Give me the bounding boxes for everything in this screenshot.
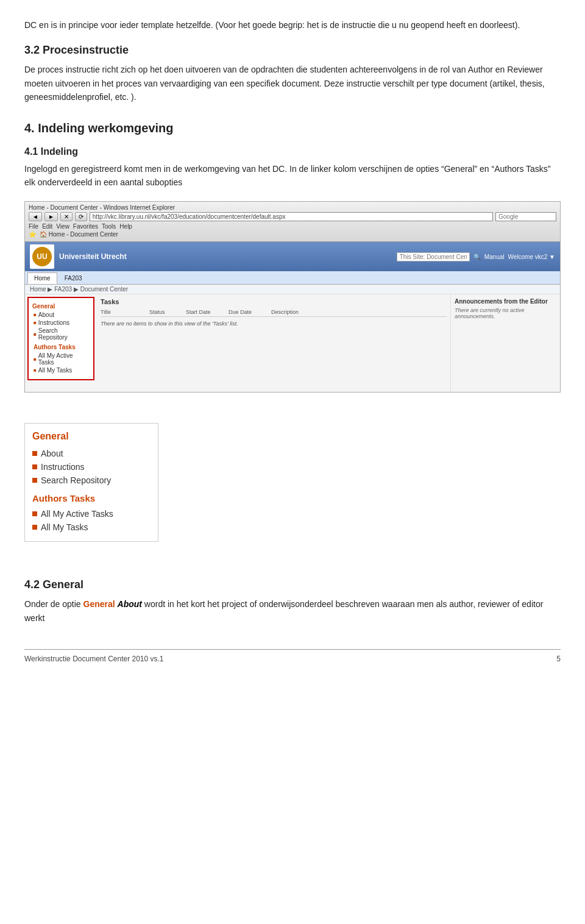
menu-favorites[interactable]: Favorites [73,223,98,230]
svg-text:UU: UU [37,252,47,261]
col-status: Status [149,309,186,315]
footer-left: Werkinstructie Document Center 2010 vs.1 [24,655,164,663]
section-41-title: 4.1 Indeling [24,146,561,157]
enlarged-about-label: About [41,449,63,458]
enlarged-item-about[interactable]: About [32,447,151,460]
stop-button[interactable]: ✕ [60,212,73,221]
section-41-para: Ingelogd en geregistreerd komt men in de… [24,162,561,190]
bullet-icon: ■ [34,320,37,325]
col-title: Title [101,309,149,315]
sp-sidebar: General ■ About ■ Instructions ■ [27,297,94,380]
sp-table-header: Title Status Start Date Due Date Descrip… [101,308,447,317]
browser-tabs-toolbar: ⭐ 🏠 Home - Document Center [29,231,556,238]
search-bar[interactable] [495,212,556,221]
sp-table-empty-message: There are no items to show in this view … [101,318,447,329]
sp-sidebar-active-tasks-label: All My Active Tasks [38,352,88,366]
sp-top-right: 🔍 Manual Welcome vkc2 ▼ [397,252,555,261]
sp-sidebar-authors-heading: Authors Tasks [34,344,90,350]
sp-nav-tabs: Home FA203 [25,271,560,285]
sp-sidebar-item-search-repo[interactable]: ■ Search Repository [32,327,90,341]
intro-paragraph: DC en is in principe voor ieder template… [24,18,561,32]
sp-logo: UU [30,244,54,269]
square-icon [32,464,37,469]
enlarged-item-search-repo[interactable]: Search Repository [32,474,151,487]
menu-file[interactable]: File [29,223,38,230]
enlarged-item-instructions[interactable]: Instructions [32,460,151,474]
sp-breadcrumb: Home ▶ FA203 ▶ Document Center [25,285,560,294]
sp-sidebar-item-about[interactable]: ■ About [32,311,90,319]
footer-page-number: 5 [556,655,561,663]
col-start-date: Start Date [186,309,229,315]
sp-site-title: Universiteit Utrecht [59,252,127,261]
col-description: Description [271,309,447,315]
square-icon [32,511,37,516]
section-42-title: 4.2 General [24,578,561,591]
square-icon [32,525,37,530]
address-bar[interactable] [90,212,493,221]
enlarged-instructions-label: Instructions [41,462,85,472]
enlarged-authors-heading: Authors Tasks [32,493,151,503]
browser-screenshot: Home - Document Center - Windows Interne… [24,201,561,393]
square-icon [32,451,37,456]
menu-help[interactable]: Help [119,223,132,230]
sp-welcome: Welcome vkc2 ▼ [508,254,555,260]
browser-menu-bar: File Edit View Favorites Tools Help [29,223,556,230]
sp-sidebar-general-section: General ■ About ■ Instructions ■ [29,302,93,375]
section-4-title: 4. Indeling werkomgeving [24,121,561,135]
back-button[interactable]: ◄ [29,212,42,221]
browser-window-title: Home - Document Center - Windows Interne… [29,204,556,211]
bullet-icon: ■ [34,312,37,318]
about-highlight: About [118,599,142,609]
sp-sidebar-item-instructions[interactable]: ■ Instructions [32,319,90,327]
general-highlight: General [83,599,115,609]
bullet-icon: ■ [34,357,37,362]
section-32-para: De proces instructie richt zich op het d… [24,63,561,104]
sp-content-header: Tasks [101,298,447,305]
section-32-title: 3.2 Procesinstructie [24,44,561,57]
sidebar-enlarged: General About Instructions Search Reposi… [24,423,158,542]
page-tab-label: 🏠 Home - Document Center [40,231,118,238]
square-icon [32,478,37,483]
enlarged-item-active-tasks[interactable]: All My Active Tasks [32,507,151,521]
enlarged-search-repo-label: Search Repository [41,475,111,485]
menu-tools[interactable]: Tools [102,223,116,230]
sp-sidebar-search-label: Search Repository [38,327,88,341]
sp-manual-link[interactable]: Manual [484,254,505,260]
sp-sidebar-instructions-label: Instructions [38,319,69,326]
sp-header: UU Universiteit Utrecht 🔍 Manual Welcome… [25,242,560,271]
sp-search-button[interactable]: 🔍 [473,254,481,260]
section-42-para: Onder de optie General About wordt in he… [24,597,561,625]
sp-sidebar-all-tasks-label: All My Tasks [38,367,72,374]
section-42: 4.2 General Onder de optie General About… [24,578,561,625]
sp-sidebar-general-heading: General [32,303,90,310]
sp-ann-text: There are currently no active announceme… [455,307,556,319]
menu-edit[interactable]: Edit [42,223,52,230]
sp-sidebar-item-active-tasks[interactable]: ■ All My Active Tasks [32,352,90,366]
menu-view[interactable]: View [56,223,69,230]
sp-content: Tasks Title Status Start Date Due Date D… [97,294,450,392]
page-footer: Werkinstructie Document Center 2010 vs.1… [24,649,561,663]
refresh-button[interactable]: ⟳ [75,212,87,221]
sp-main: General ■ About ■ Instructions ■ [25,294,560,392]
section-42-prefix: Onder de optie [24,599,83,609]
enlarged-item-all-tasks[interactable]: All My Tasks [32,521,151,534]
sp-logo-area: UU Universiteit Utrecht [30,244,127,269]
enlarged-all-tasks-label: All My Tasks [41,522,88,532]
bullet-icon: ■ [34,332,37,337]
sp-search-input[interactable] [397,252,470,261]
sp-sidebar-about-label: About [38,311,54,318]
col-due-date: Due Date [229,309,271,315]
favorites-icon[interactable]: ⭐ [29,231,36,238]
bullet-icon: ■ [34,368,37,373]
forward-button[interactable]: ► [44,212,58,221]
sp-tab-fa203[interactable]: FA203 [58,272,89,284]
sp-tab-home[interactable]: Home [27,272,57,284]
sp-ann-title: Announcements from the Editor [455,298,556,305]
sp-sidebar-item-all-tasks[interactable]: ■ All My Tasks [32,366,90,374]
enlarged-general-heading: General [32,431,151,442]
sp-announcements: Announcements from the Editor There are … [450,294,560,392]
enlarged-active-tasks-label: All My Active Tasks [41,509,113,519]
